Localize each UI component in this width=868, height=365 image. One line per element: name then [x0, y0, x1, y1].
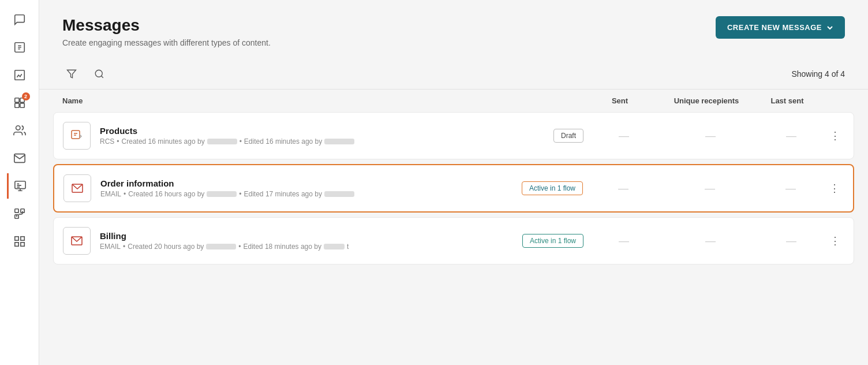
notification-badge: 2	[22, 92, 30, 100]
svg-rect-1	[14, 70, 24, 80]
svg-rect-7	[15, 181, 25, 189]
message-meta: EMAIL • Created 20 hours ago by • Edited…	[100, 243, 517, 251]
message-meta: RCS • Created 16 minutes ago by • Edited…	[100, 137, 548, 146]
svg-rect-8	[14, 209, 18, 213]
message-name: Billing	[100, 231, 517, 241]
create-new-message-button[interactable]: CREATE NEW MESSAGE	[716, 16, 845, 39]
svg-rect-13	[14, 243, 18, 246]
filter-button[interactable]	[62, 65, 81, 83]
message-info: Billing EMAIL • Created 20 hours ago by …	[100, 231, 517, 251]
page-subtitle: Create engaging messages with different …	[62, 38, 271, 47]
status-badge[interactable]: Active in 1 flow	[522, 181, 583, 195]
col-header-unique: Unique recepients	[660, 96, 753, 105]
svg-point-6	[16, 126, 20, 130]
svg-point-16	[95, 70, 102, 77]
sidebar-item-analytics[interactable]	[7, 62, 32, 88]
sent-value: —	[583, 130, 664, 142]
status-badge[interactable]: Draft	[553, 129, 583, 143]
sidebar-item-people[interactable]	[7, 118, 32, 143]
table-row: Billing EMAIL • Created 20 hours ago by …	[53, 217, 854, 265]
unique-value: —	[664, 182, 756, 195]
svg-marker-15	[68, 70, 76, 78]
col-header-sent: Sent	[579, 96, 660, 105]
more-options-button[interactable]: ⋮	[826, 232, 844, 250]
sidebar: 2	[0, 0, 39, 365]
sent-value: —	[583, 182, 664, 195]
header-left: Messages Create engaging messages with d…	[62, 16, 271, 47]
message-info: Order information EMAIL • Created 16 hou…	[100, 178, 516, 198]
more-options-button[interactable]: ⋮	[826, 126, 844, 145]
table-row: Order information EMAIL • Created 16 hou…	[53, 164, 854, 213]
page-header: Messages Create engaging messages with d…	[39, 0, 868, 59]
sidebar-item-chat[interactable]	[7, 7, 32, 32]
sent-value: —	[583, 235, 664, 247]
author-blur	[207, 191, 237, 197]
svg-rect-14	[20, 243, 24, 246]
message-meta: EMAIL • Created 16 hours ago by • Edited…	[100, 190, 516, 198]
toolbar: Showing 4 of 4	[39, 59, 868, 90]
col-header-last-sent: Last sent	[753, 96, 822, 105]
sidebar-item-code[interactable]	[7, 35, 32, 60]
editor-blur	[324, 244, 345, 249]
sidebar-item-grid[interactable]	[7, 229, 32, 254]
last-sent-value: —	[756, 182, 825, 195]
svg-rect-18	[72, 131, 80, 139]
col-header-name: Name	[62, 96, 579, 105]
svg-rect-12	[20, 237, 24, 240]
unique-value: —	[664, 130, 757, 142]
message-info: Products RCS • Created 16 minutes ago by…	[100, 126, 548, 146]
showing-count: Showing 4 of 4	[791, 69, 845, 79]
editor-blur	[324, 191, 354, 197]
sidebar-item-messages[interactable]	[7, 146, 32, 171]
svg-rect-2	[14, 98, 18, 102]
last-sent-value: —	[757, 130, 826, 142]
svg-rect-11	[14, 237, 18, 240]
sidebar-item-templates[interactable]: 2	[7, 90, 32, 116]
author-blur	[206, 244, 236, 249]
message-icon-rcs	[63, 122, 91, 150]
more-options-button[interactable]: ⋮	[825, 179, 844, 198]
message-icon-email	[63, 174, 91, 202]
unique-value: —	[664, 235, 757, 247]
page-title: Messages	[62, 16, 271, 35]
editor-blur	[324, 139, 354, 144]
svg-rect-4	[14, 103, 18, 107]
search-button[interactable]	[90, 65, 108, 83]
sidebar-item-reports[interactable]	[7, 173, 32, 199]
table-row: Products RCS • Created 16 minutes ago by…	[53, 112, 854, 159]
status-badge[interactable]: Active in 1 flow	[522, 234, 583, 248]
toolbar-left	[62, 65, 108, 83]
table-header: Name Sent Unique recepients Last sent	[39, 90, 868, 112]
message-name: Products	[100, 126, 548, 136]
sidebar-item-flows[interactable]	[7, 201, 32, 226]
main-content: Messages Create engaging messages with d…	[39, 0, 868, 365]
svg-rect-5	[20, 103, 24, 107]
author-blur	[207, 139, 237, 144]
message-name: Order information	[100, 178, 516, 188]
message-icon-email	[63, 227, 91, 255]
last-sent-value: —	[757, 235, 826, 247]
svg-line-17	[101, 76, 103, 77]
messages-list: Products RCS • Created 16 minutes ago by…	[39, 112, 868, 365]
